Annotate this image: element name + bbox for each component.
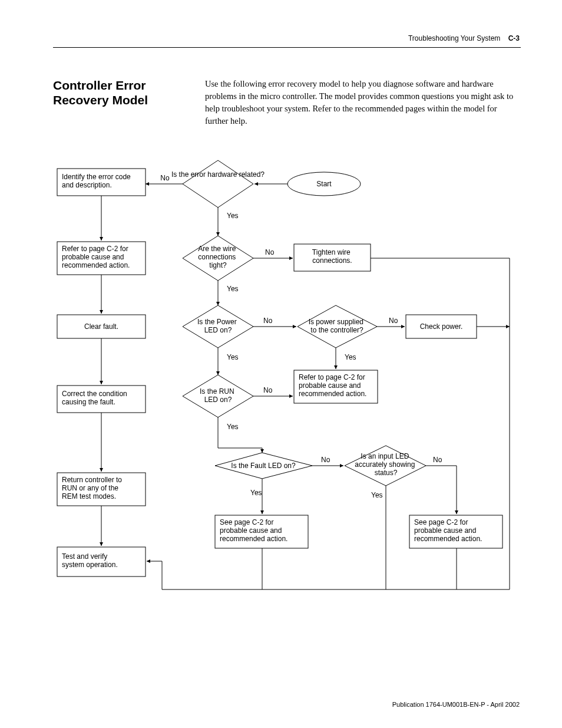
box-return-run-text: Return controller to RUN or any of the R… bbox=[62, 476, 124, 500]
intro-paragraph: Use the following error recovery model t… bbox=[205, 78, 520, 127]
box-identify-text: Identify the error code and description. bbox=[62, 173, 133, 189]
decision-input-led-text: Is an input LED accurately showing statu… bbox=[355, 452, 416, 477]
label-yes: Yes bbox=[227, 212, 239, 220]
box-refer-left-text: Refer to page C-2 for probable cause and… bbox=[62, 245, 130, 269]
box-test-verify-text: Test and verify system operation. bbox=[62, 552, 118, 569]
page: Troubleshooting Your System C-3 Controll… bbox=[0, 0, 562, 728]
label-yes: Yes bbox=[227, 353, 239, 361]
flowchart: Start Is the error hardware related? No … bbox=[44, 153, 527, 613]
header-rule bbox=[53, 47, 521, 48]
box-see-right-text: See page C-2 for probable cause and reco… bbox=[414, 518, 482, 543]
label-no: No bbox=[263, 317, 273, 325]
box-check-power-text: Check power. bbox=[420, 322, 463, 331]
start-label: Start bbox=[316, 180, 332, 188]
box-clear-fault-text: Clear fault. bbox=[84, 322, 118, 331]
label-yes: Yes bbox=[227, 423, 239, 431]
label-no: No bbox=[389, 317, 398, 325]
box-correct-condition-text: Correct the condition causing the fault. bbox=[62, 390, 129, 406]
label-yes: Yes bbox=[227, 285, 239, 293]
header-pagenum: C-3 bbox=[508, 34, 520, 42]
decision-wire-text: Are the wire connections tight? bbox=[198, 245, 237, 269]
decision-run-led-text: Is the RUN LED on? bbox=[200, 387, 236, 404]
decision-power-supply-text: Is power supplied to the controller? bbox=[309, 318, 366, 334]
label-yes: Yes bbox=[371, 491, 383, 499]
label-no: No bbox=[321, 456, 330, 464]
label-yes: Yes bbox=[250, 489, 262, 497]
running-header: Troubleshooting Your System C-3 bbox=[408, 34, 520, 42]
label-no: No bbox=[263, 386, 273, 394]
section-title: Controller Error Recovery Model bbox=[53, 78, 194, 107]
decision-hw bbox=[183, 160, 253, 207]
label-yes: Yes bbox=[345, 353, 356, 361]
header-breadcrumb: Troubleshooting Your System bbox=[408, 34, 500, 42]
box-refer-mid-text: Refer to page C-2 for probable cause and… bbox=[299, 373, 367, 398]
label-no: No bbox=[265, 248, 275, 256]
decision-hw-text: Is the error hardware related? bbox=[171, 170, 265, 179]
decision-power-led-text: Is the Power LED on? bbox=[197, 318, 239, 334]
label-no: No bbox=[160, 174, 170, 182]
footer-publication: Publication 1764-UM001B-EN-P - April 200… bbox=[392, 701, 520, 708]
box-see-left-text: See page C-2 for probable cause and reco… bbox=[220, 518, 287, 543]
decision-fault-led-text: Is the Fault LED on? bbox=[231, 462, 296, 470]
label-no: No bbox=[433, 456, 442, 464]
box-tighten-text: Tighten wire connections. bbox=[312, 248, 352, 265]
